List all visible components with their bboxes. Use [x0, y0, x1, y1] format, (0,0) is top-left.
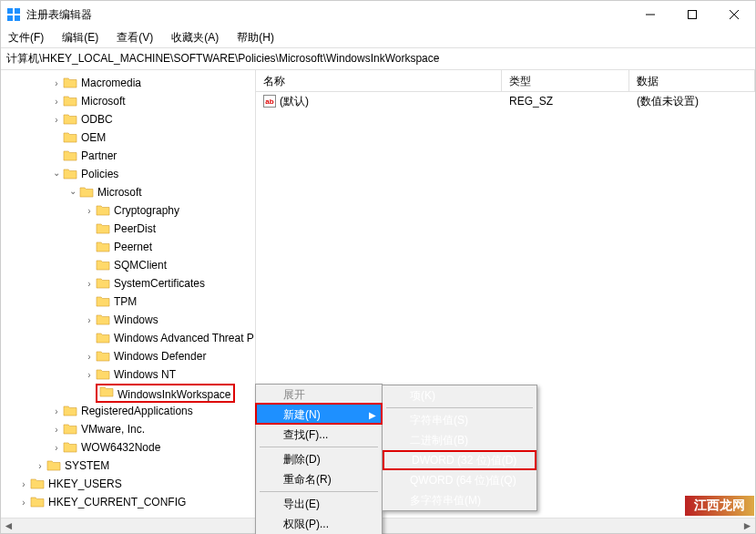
tree-item-label: ODBC — [81, 113, 113, 126]
sub-binary[interactable]: 二进制值(B) — [383, 430, 536, 450]
address-bar[interactable]: 计算机\HKEY_LOCAL_MACHINE\SOFTWARE\Policies… — [1, 48, 755, 70]
chevron-right-icon[interactable]: › — [83, 206, 96, 216]
tree-item[interactable]: ›ODBC — [1, 110, 255, 128]
chevron-right-icon[interactable]: › — [17, 498, 30, 508]
minimize-button[interactable] — [629, 1, 671, 28]
svg-rect-5 — [689, 11, 697, 19]
tree-item-label: HKEY_CURRENT_CONFIG — [48, 496, 186, 508]
menu-view[interactable]: 查看(V) — [113, 28, 157, 47]
watermark: 江西龙网 — [685, 496, 754, 516]
tree-item[interactable]: ›VMware, Inc. — [1, 420, 255, 438]
maximize-button[interactable] — [671, 1, 713, 28]
svg-rect-2 — [7, 15, 13, 21]
column-data[interactable]: 数据 — [629, 70, 755, 91]
tree-item-label: Windows — [114, 313, 158, 326]
column-type[interactable]: 类型 — [502, 70, 629, 91]
tree-pane[interactable]: ›Macromedia›Microsoft›ODBC·OEM·Partner⌄P… — [1, 70, 256, 518]
ctx-delete[interactable]: 删除(D) — [256, 449, 382, 469]
scroll-left-arrow[interactable]: ◄ — [1, 519, 16, 534]
ctx-new[interactable]: 新建(N) ▶ 项(K) 字符串值(S) 二进制值(B) DWORD (32 位… — [256, 405, 382, 425]
sub-qword[interactable]: QWORD (64 位)值(Q) — [383, 470, 536, 490]
tree-item[interactable]: ·WindowsInkWorkspace — [1, 384, 255, 402]
tree-item[interactable]: ·OEM — [1, 128, 255, 147]
tree-item[interactable]: ›HKEY_USERS — [1, 475, 255, 493]
ctx-find[interactable]: 查找(F)... — [256, 425, 382, 445]
tree-item[interactable]: ·PeerDist — [1, 220, 255, 238]
tree-item[interactable]: ·Peernet — [1, 238, 255, 256]
chevron-right-icon[interactable]: › — [83, 315, 96, 325]
tree-item[interactable]: ·SQMClient — [1, 256, 255, 274]
window-controls — [629, 1, 755, 28]
column-name[interactable]: 名称 — [256, 70, 502, 91]
tree-item[interactable]: ›SystemCertificates — [1, 274, 255, 293]
close-button[interactable] — [713, 1, 755, 28]
ctx-rename[interactable]: 重命名(R) — [256, 469, 382, 489]
menu-file[interactable]: 文件(F) — [5, 28, 47, 47]
chevron-right-icon[interactable]: › — [50, 425, 63, 435]
chevron-down-icon[interactable]: ⌄ — [66, 186, 79, 196]
tree-item-label: Microsoft — [81, 95, 126, 108]
menu-help[interactable]: 帮助(H) — [233, 28, 278, 47]
tree-item[interactable]: ⌄Policies — [1, 165, 255, 183]
tree-item[interactable]: ›WOW6432Node — [1, 438, 255, 457]
tree-item[interactable]: ›Microsoft — [1, 92, 255, 110]
chevron-right-icon[interactable]: › — [83, 279, 96, 289]
list-row[interactable]: ab (默认) REG_SZ (数值未设置) — [256, 92, 755, 110]
sub-multistring[interactable]: 多字符串值(M) — [383, 490, 536, 510]
tree-item[interactable]: ·TPM — [1, 293, 255, 311]
titlebar[interactable]: 注册表编辑器 — [1, 1, 755, 28]
submenu-separator — [386, 407, 533, 408]
folder-icon — [63, 405, 77, 417]
tree-item[interactable]: ›SYSTEM — [1, 457, 255, 475]
tree-item-label: Microsoft — [97, 186, 142, 199]
scroll-right-arrow[interactable]: ► — [740, 519, 755, 534]
tree-item-label: SQMClient — [114, 259, 167, 272]
tree-item[interactable]: ›HKEY_CURRENT_CONFIG — [1, 493, 255, 511]
chevron-right-icon[interactable]: › — [50, 406, 63, 416]
chevron-right-icon[interactable]: › — [83, 352, 96, 362]
menu-edit[interactable]: 编辑(E) — [58, 28, 102, 47]
folder-icon — [63, 441, 77, 454]
tree-item[interactable]: ·Windows Advanced Threat P — [1, 329, 255, 347]
selected-tree-item: WindowsInkWorkspace — [96, 384, 235, 403]
tree-item-label: WOW6432Node — [81, 441, 160, 454]
chevron-right-icon[interactable]: › — [50, 443, 63, 453]
chevron-right-icon[interactable]: › — [83, 370, 96, 380]
folder-icon — [63, 95, 77, 108]
folder-icon — [63, 77, 77, 89]
chevron-right-icon[interactable]: › — [50, 78, 63, 88]
folder-icon — [96, 295, 110, 308]
tree-item-label: Windows NT — [114, 368, 176, 381]
app-icon — [6, 7, 21, 22]
tree-item[interactable]: ›Macromedia — [1, 74, 255, 92]
chevron-right-icon[interactable]: › — [50, 115, 63, 125]
address-text: 计算机\HKEY_LOCAL_MACHINE\SOFTWARE\Policies… — [6, 51, 439, 67]
tree-item[interactable]: ·Partner — [1, 147, 255, 165]
tree-item-label: Windows Defender — [114, 350, 206, 363]
tree-item-label: Partner — [81, 149, 117, 162]
chevron-right-icon[interactable]: › — [34, 461, 46, 471]
chevron-right-icon[interactable]: › — [50, 97, 63, 107]
sub-dword[interactable]: DWORD (32 位)值(D) — [383, 450, 536, 470]
chevron-right-icon[interactable]: › — [17, 479, 30, 489]
folder-icon — [30, 496, 45, 508]
sub-key[interactable]: 项(K) — [383, 385, 536, 406]
sub-string[interactable]: 字符串值(S) — [383, 410, 536, 430]
menu-favorites[interactable]: 收藏夹(A) — [168, 28, 222, 47]
folder-icon — [96, 350, 110, 363]
folder-icon — [63, 149, 77, 162]
tree-item[interactable]: ⌄Microsoft — [1, 183, 255, 201]
tree-item[interactable]: ›RegisteredApplications — [1, 402, 255, 420]
ctx-permissions[interactable]: 权限(P)... — [256, 514, 382, 534]
tree-item-label: RegisteredApplications — [81, 405, 193, 417]
tree-item-label: Macromedia — [81, 77, 141, 89]
tree-item[interactable]: ›Cryptography — [1, 201, 255, 220]
ctx-expand[interactable]: 展开 — [256, 385, 382, 405]
chevron-down-icon[interactable]: ⌄ — [50, 168, 63, 178]
folder-icon — [79, 186, 94, 199]
tree-item[interactable]: ›Windows — [1, 311, 255, 329]
folder-icon — [99, 385, 114, 398]
tree-item[interactable]: ›Windows NT — [1, 365, 255, 384]
tree-item[interactable]: ›Windows Defender — [1, 347, 255, 365]
ctx-export[interactable]: 导出(E) — [256, 494, 382, 514]
